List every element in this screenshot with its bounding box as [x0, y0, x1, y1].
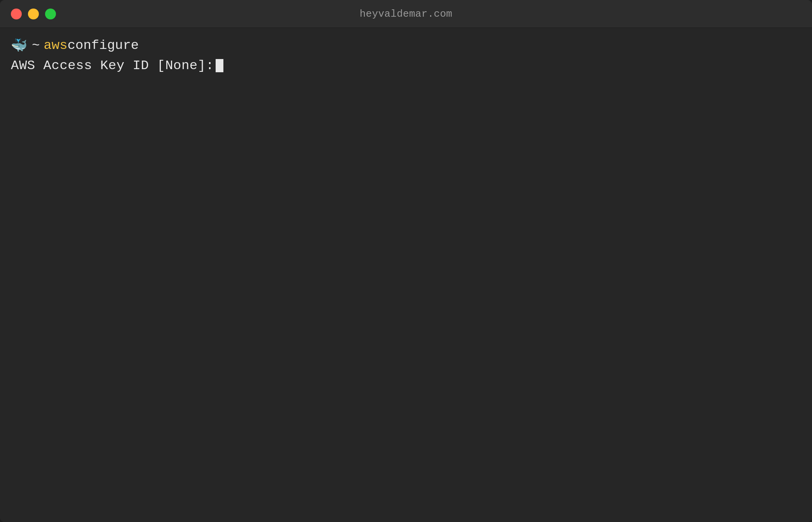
titlebar: heyvaldemar.com — [0, 0, 812, 28]
prompt-line: 🐳 ~ aws configure — [11, 37, 801, 54]
aws-command: aws — [44, 38, 67, 53]
close-button[interactable] — [11, 9, 22, 19]
terminal-cursor — [216, 59, 223, 72]
traffic-lights — [11, 9, 56, 19]
maximize-button[interactable] — [45, 9, 56, 19]
output-line: AWS Access Key ID [None]: — [11, 58, 801, 73]
window-title: heyvaldemar.com — [360, 8, 453, 20]
tilde-symbol: ~ — [32, 38, 40, 53]
terminal-window: heyvaldemar.com 🐳 ~ aws configure AWS Ac… — [0, 0, 812, 522]
terminal-body[interactable]: 🐳 ~ aws configure AWS Access Key ID [Non… — [0, 28, 812, 522]
access-key-prompt: AWS Access Key ID [None]: — [11, 58, 214, 73]
whale-icon: 🐳 — [11, 37, 27, 54]
minimize-button[interactable] — [28, 9, 39, 19]
configure-command: configure — [68, 38, 139, 53]
